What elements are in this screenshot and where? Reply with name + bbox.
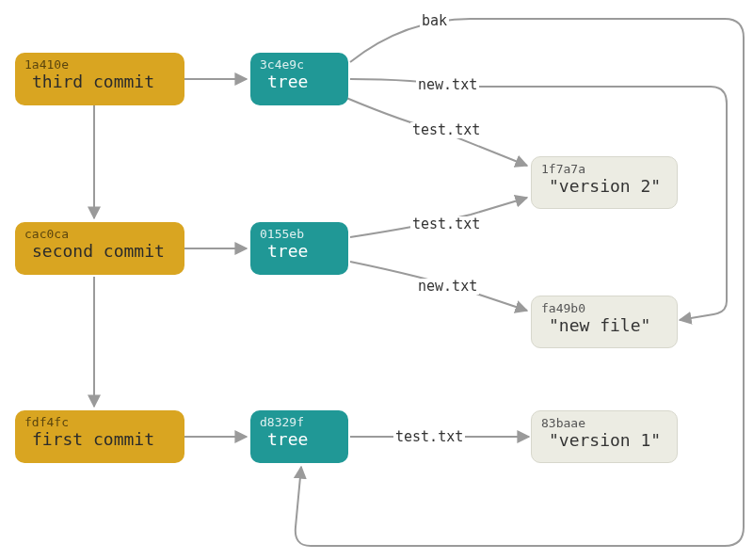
tree-hash: d8329f <box>260 416 339 429</box>
blob-hash: fa49b0 <box>541 302 667 315</box>
commit-node-first: fdf4fc first commit <box>15 410 184 463</box>
tree-title: tree <box>260 429 339 450</box>
tree-node-3: 3c4e9c tree <box>250 53 348 105</box>
blob-hash: 1f7a7a <box>541 163 667 176</box>
blob-node-v2: 1f7a7a "version 2" <box>531 156 678 209</box>
edge-label-new-2: new.txt <box>416 279 479 295</box>
edge-label-test-3: test.txt <box>393 429 465 445</box>
tree-node-2: 0155eb tree <box>250 222 348 275</box>
blob-node-nf: fa49b0 "new file" <box>531 296 678 348</box>
tree-title: tree <box>260 72 339 92</box>
edge-tree3-bak <box>296 19 744 546</box>
commit-hash: fdf4fc <box>24 416 175 429</box>
tree-node-1: d8329f tree <box>250 410 348 463</box>
commit-hash: 1a410e <box>24 58 175 72</box>
commit-title: second commit <box>24 241 175 262</box>
commit-title: third commit <box>24 72 175 92</box>
tree-title: tree <box>260 241 339 262</box>
blob-hash: 83baae <box>541 417 667 430</box>
blob-title: "version 2" <box>541 176 667 197</box>
edge-label-bak: bak <box>420 13 449 29</box>
tree-hash: 0155eb <box>260 228 339 241</box>
edge-label-new-1: new.txt <box>416 77 479 93</box>
blob-node-v1: 83baae "version 1" <box>531 410 678 463</box>
commit-node-third: 1a410e third commit <box>15 53 184 105</box>
commit-title: first commit <box>24 429 175 450</box>
commit-node-second: cac0ca second commit <box>15 222 184 275</box>
edge-label-test-1: test.txt <box>410 122 482 138</box>
edge-label-test-2: test.txt <box>410 216 482 232</box>
blob-title: "version 1" <box>541 430 667 451</box>
tree-hash: 3c4e9c <box>260 58 339 72</box>
commit-hash: cac0ca <box>24 228 175 241</box>
blob-title: "new file" <box>541 315 667 336</box>
